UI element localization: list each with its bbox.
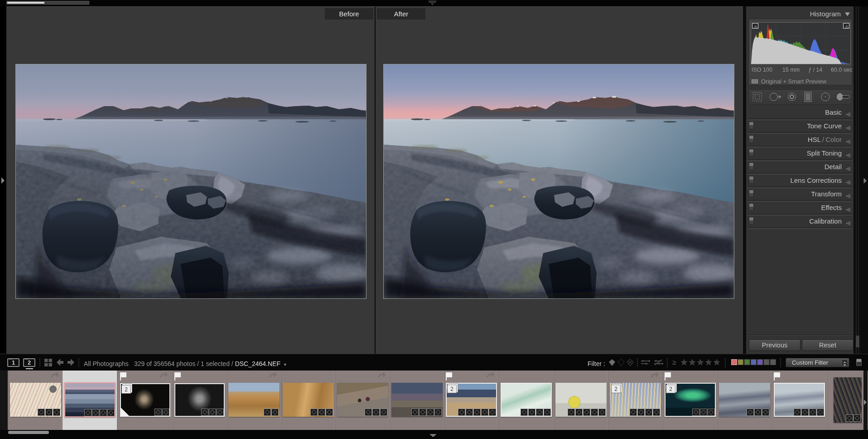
- svg-text:≥: ≥: [672, 358, 676, 366]
